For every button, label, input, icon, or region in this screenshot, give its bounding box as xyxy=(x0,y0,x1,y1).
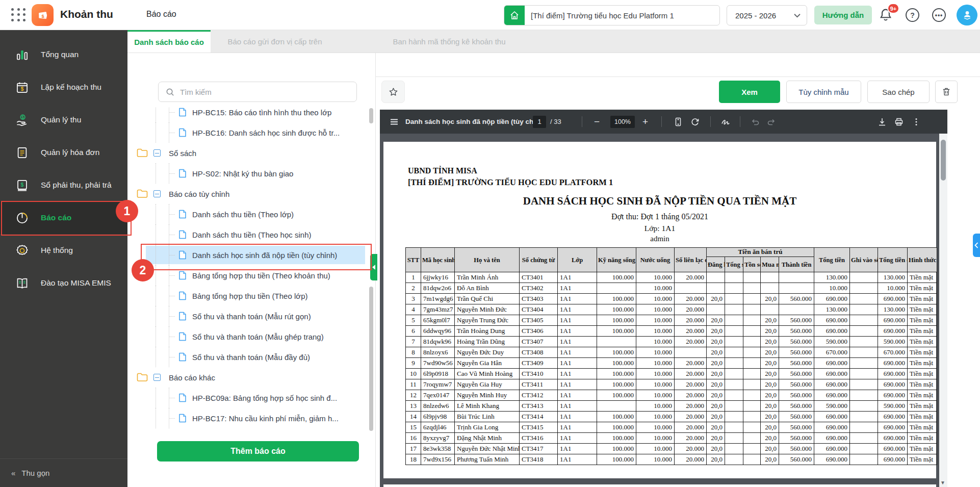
tree-folder[interactable]: Báo cáo khác xyxy=(127,367,372,388)
table-cell: 20.000 xyxy=(675,315,707,326)
table-cell: 1A1 xyxy=(558,326,597,337)
undo-button[interactable] xyxy=(750,110,760,134)
table-cell: CT3414 xyxy=(520,412,558,422)
tree-scrollbar-thumb[interactable] xyxy=(369,287,373,431)
tree-item[interactable]: Danh sách thu tiền (Theo học sinh) xyxy=(127,224,372,245)
table-cell: 20,0 xyxy=(761,454,779,465)
table-cell: 100.000 xyxy=(597,294,636,304)
table-cell xyxy=(850,412,878,422)
table-cell: 590.000 xyxy=(814,337,850,347)
table-cell: 7m1wgdg6 xyxy=(421,294,455,304)
add-report-button[interactable]: Thêm báo cáo xyxy=(157,441,359,462)
tree-connector xyxy=(156,245,156,265)
app-launcher-icon[interactable] xyxy=(11,8,27,22)
tree-item[interactable]: Sổ thu và thanh toán (Mẫu rút gọn) xyxy=(127,306,372,326)
chevron-down-icon xyxy=(794,13,801,18)
view-button[interactable]: Xem xyxy=(719,81,780,103)
sidebar-item-b-o-c-o[interactable]: Báo cáo xyxy=(0,201,127,234)
sidebar-item-s-ph-i-thu-ph-i-tr-[interactable]: $Sổ phải thu, phải trả xyxy=(0,169,127,201)
tab-danh-sach-bao-cao[interactable]: Danh sách báo cáo xyxy=(127,30,211,53)
zoom-out-button[interactable]: − xyxy=(594,110,600,134)
download-icon xyxy=(877,117,887,127)
customize-template-button[interactable]: Tùy chỉnh mẫu xyxy=(786,81,861,103)
delete-button[interactable] xyxy=(935,81,958,103)
annotate-button[interactable] xyxy=(720,110,731,134)
tree-item[interactable]: Bảng tổng hợp thu tiền (Theo lớp) xyxy=(127,286,372,306)
guide-button[interactable]: Hướng dẫn xyxy=(814,6,872,24)
tree-item[interactable]: Sổ thu và thanh toán (Mẫu ghép trang) xyxy=(127,326,372,347)
redo-button[interactable] xyxy=(766,110,777,134)
tree-item[interactable]: Bảng tổng hợp thu tiền (Theo khoản thu) xyxy=(127,265,372,286)
tree-item[interactable]: HP-BC15: Báo cáo tình hình thu theo lớp xyxy=(127,107,372,122)
pdf-more-menu-button[interactable] xyxy=(911,110,921,134)
table-cell: CT3413 xyxy=(520,401,558,412)
zoom-level[interactable]: 100% xyxy=(610,116,635,128)
tree-connector xyxy=(156,388,156,408)
download-button[interactable] xyxy=(877,110,887,134)
sidebar-item-h-th-ng[interactable]: Hệ thống xyxy=(0,234,127,267)
collapse-minus-icon[interactable] xyxy=(153,374,161,381)
search-input[interactable]: Tìm kiếm xyxy=(158,82,357,102)
pdf-scrollbar-thumb[interactable] xyxy=(941,140,946,181)
tree-item[interactable]: Danh sách thu tiền (Theo lớp) xyxy=(127,204,372,224)
report-file-icon xyxy=(177,291,188,301)
scroll-down-arrow-icon[interactable]: ▼ xyxy=(940,480,945,485)
zoom-in-button[interactable]: + xyxy=(642,110,648,134)
help-button[interactable]: ? xyxy=(906,8,919,22)
tree-scrollbar-thumb-top[interactable] xyxy=(369,108,373,123)
table-cell xyxy=(850,294,878,304)
tab-bao-cao-gui-don-vi-cap-tren[interactable]: Báo cáo gửi đơn vị cấp trên xyxy=(211,30,339,53)
table-column-header: Nước uống xyxy=(636,248,675,272)
pdf-viewer: Danh sách học sinh đã nộp tiền (tùy chỉn… xyxy=(380,110,947,487)
khoan-thu-app-icon[interactable]: $ xyxy=(32,4,54,26)
sidebar-item-qu-n-l-thu[interactable]: $Quản lý thu xyxy=(0,104,127,136)
unit-selector[interactable]: [Thí điểm] Trường tiểu học Edu Platform … xyxy=(504,5,720,25)
more-options-button[interactable]: ••• xyxy=(932,8,946,22)
avatar[interactable] xyxy=(957,5,977,25)
print-button[interactable] xyxy=(894,110,904,134)
collapse-minus-icon[interactable] xyxy=(153,190,161,197)
tree-folder[interactable]: Sổ sách xyxy=(127,143,372,163)
fit-to-page-button[interactable] xyxy=(673,110,683,134)
tree-item[interactable]: HP-BC16: Danh sách học sinh được hỗ tr..… xyxy=(127,122,372,143)
tree-item[interactable]: HP-BC09a: Bảng tổng hợp số học sinh đ... xyxy=(127,388,372,408)
table-cell: 20,0 xyxy=(707,337,725,347)
report-file-icon xyxy=(177,168,188,178)
module-tab-bao-cao[interactable]: Báo cáo xyxy=(146,10,176,19)
notifications-button[interactable]: 9+ xyxy=(878,7,895,24)
sidebar-item-l-p-k-ho-ch-thu[interactable]: $Lập kế hoạch thu xyxy=(0,71,127,104)
tree-connector xyxy=(169,235,175,235)
panel-collapse-handle[interactable] xyxy=(370,254,377,280)
tree-folder[interactable]: Báo cáo tùy chỉnh xyxy=(127,184,372,204)
rotate-button[interactable] xyxy=(690,110,700,134)
table-cell: 8nlzoyx6 xyxy=(421,347,455,358)
sidebar-collapse-button[interactable]: « Thu gọn xyxy=(0,458,127,487)
table-cell: 1A1 xyxy=(558,304,597,315)
copy-button[interactable]: Sao chép xyxy=(867,81,930,103)
tree-item[interactable]: HP-S02: Nhật ký thu bàn giao xyxy=(127,163,372,184)
tree-connector xyxy=(156,204,156,224)
sidebar-item--o-t-o-misa-emis[interactable]: Đào tạo MISA EMIS xyxy=(0,267,127,299)
table-cell: 20.000 xyxy=(675,304,707,315)
tab-ban-hanh-ma-thong-ke[interactable]: Ban hành mã thống kê khoản thu xyxy=(339,30,559,53)
tree-item[interactable]: Danh sách học sinh đã nộp tiền (tùy chỉn… xyxy=(127,245,372,265)
side-panel-handle[interactable] xyxy=(973,234,980,257)
pdf-menu-button[interactable] xyxy=(389,110,399,134)
tree-item[interactable]: Sổ thu và thanh toán (Mẫu đầy đủ) xyxy=(127,347,372,367)
favorite-button[interactable] xyxy=(381,81,405,103)
collapse-minus-icon[interactable] xyxy=(153,149,161,157)
sidebar-item-qu-n-l-h-a-n[interactable]: Quản lý hóa đơn xyxy=(0,136,127,169)
table-cell xyxy=(850,326,878,337)
school-year-select[interactable]: 2025 - 2026 xyxy=(727,5,807,25)
table-cell xyxy=(850,390,878,401)
table-cell: Tiền mặt xyxy=(908,401,937,412)
sidebar-item-label: Báo cáo xyxy=(41,213,71,222)
pdf-page-input[interactable]: 1 xyxy=(533,116,546,128)
table-cell: 20.000 xyxy=(675,369,707,379)
table-row: 117roqymw7Nguyễn Gia HuyCT34111A1100.000… xyxy=(406,379,937,390)
table-cell: 690.000 xyxy=(814,444,850,454)
sidebar-item-t-ng-quan[interactable]: Tổng quan xyxy=(0,38,127,71)
pdf-scrollbar[interactable]: ▼ xyxy=(939,134,947,487)
table-cell xyxy=(743,272,761,283)
tree-item[interactable]: HP-BC17: Nhu cầu kinh phí miễn, giảm h..… xyxy=(127,408,372,428)
